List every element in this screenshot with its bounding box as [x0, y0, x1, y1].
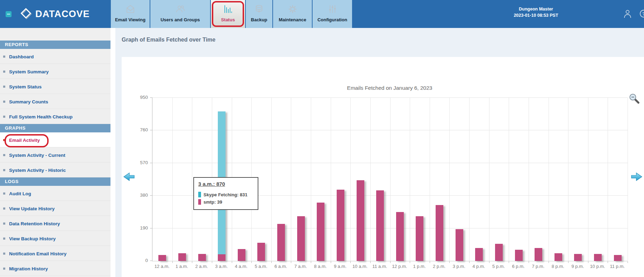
bar-segment-smtp [396, 212, 404, 261]
bullet-icon [3, 238, 5, 240]
x-axis-tick [449, 261, 450, 263]
gridline [350, 98, 351, 261]
sidebar-item-audit-log[interactable]: Audit Log [0, 186, 110, 201]
sidebar-item-migration-history[interactable]: Migration History [0, 261, 110, 276]
tab-configuration[interactable]: Configuration [313, 0, 352, 28]
bar-6am[interactable] [277, 224, 285, 261]
x-axis-label: 5 a.m. [251, 264, 271, 269]
bar-segment-smtp [416, 216, 423, 261]
bar-4am[interactable] [238, 249, 245, 261]
bar-10am[interactable] [357, 180, 364, 261]
gridline [291, 98, 291, 261]
sidebar-item-system-status[interactable]: System Status [0, 79, 110, 94]
previous-day-arrow-button[interactable] [123, 172, 135, 183]
bar-2pm[interactable] [436, 205, 443, 261]
sidebar-item-view-update-history[interactable]: View Update History [0, 201, 110, 216]
bar-segment-smtp [554, 253, 562, 261]
bar-12pm[interactable] [396, 212, 404, 261]
chart-title: Emails Fetched on January 6, 2023 [152, 85, 627, 91]
gridline [172, 98, 173, 261]
bar-segment-smtp [317, 203, 324, 261]
x-axis-tick [628, 261, 628, 263]
tab-status[interactable]: Status [211, 0, 245, 28]
tab-backup[interactable]: Backup [246, 0, 272, 28]
bar-segment-smtp [614, 255, 622, 261]
bar-8pm[interactable] [554, 253, 562, 261]
app-title: DATACOVE [35, 9, 90, 20]
gridline [509, 98, 509, 261]
bar-segment-smtp [535, 248, 542, 261]
tooltip-entry: Skype Fetching: 831 [198, 192, 254, 197]
bar-9pm[interactable] [574, 254, 582, 261]
backup-icon [254, 4, 264, 15]
tab-label: Status [221, 17, 235, 22]
bar-5am[interactable] [257, 243, 265, 261]
bar-12am[interactable] [158, 255, 166, 261]
x-axis-tick [251, 261, 252, 263]
bar-segment-smtp [436, 205, 443, 261]
x-axis-tick [608, 261, 608, 263]
bar-10pm[interactable] [594, 254, 602, 261]
sidebar: REPORTSDashboardSystem SummarySystem Sta… [0, 28, 110, 277]
gridline [608, 98, 608, 261]
tab-users-and-groups[interactable]: Users and Groups [150, 0, 210, 28]
bullet-icon [3, 116, 5, 118]
sidebar-item-system-activity-current[interactable]: System Activity - Current [0, 147, 110, 162]
bar-9am[interactable] [337, 190, 344, 261]
bar-segment-smtp [475, 248, 483, 261]
page-title: Graph of Emails Fetched over Time [122, 37, 215, 43]
bar-segment-smtp [178, 253, 186, 261]
bar-11pm[interactable] [614, 255, 622, 261]
sidebar-item-full-system-health-checkup[interactable]: Full System Health Checkup [0, 109, 110, 124]
next-day-arrow-button[interactable] [631, 172, 643, 183]
bar-8am[interactable] [317, 203, 324, 261]
user-name: Dungeon Master [492, 6, 580, 12]
sidebar-item-system-activity-historic[interactable]: System Activity - Historic [0, 162, 110, 177]
x-axis-label: 10 p.m. [587, 264, 608, 269]
bar-5pm[interactable] [495, 244, 503, 261]
sidebar-item-summary-counts[interactable]: Summary Counts [0, 94, 110, 109]
bar-1pm[interactable] [416, 216, 423, 261]
sidebar-item-view-backup-history[interactable]: View Backup History [0, 231, 110, 246]
bar-1am[interactable] [178, 253, 186, 261]
bar-7am[interactable] [297, 216, 305, 261]
sidebar-item-data-retention-history[interactable]: Data Retention History [0, 216, 110, 231]
x-axis-tick [370, 261, 371, 263]
bar-4pm[interactable] [475, 248, 483, 261]
bar-segment-smtp [574, 254, 582, 261]
y-axis-tick [150, 195, 152, 196]
bar-3pm[interactable] [456, 229, 463, 261]
gridline [628, 98, 628, 261]
help-icon[interactable]: ? [638, 8, 644, 21]
maintenance-icon [287, 4, 298, 15]
bar-7pm[interactable] [535, 248, 542, 261]
bar-11am[interactable] [376, 190, 384, 261]
bar-6pm[interactable] [515, 250, 523, 261]
tab-maintenance[interactable]: Maintenance [273, 0, 312, 28]
diamond-logo-icon [20, 7, 32, 21]
gridline [568, 98, 568, 261]
x-axis-label: 7 p.m. [528, 264, 548, 269]
collapse-menu-icon[interactable] [6, 11, 12, 17]
x-axis-label: 2 a.m. [192, 264, 212, 269]
sidebar-item-notification-email-history[interactable]: Notification Email History [0, 246, 110, 261]
bullet-icon [3, 101, 5, 103]
bar-2am[interactable] [198, 254, 206, 261]
bar-segment-smtp [297, 216, 305, 261]
tab-label: Email Viewing [115, 17, 145, 22]
x-axis-tick [568, 261, 568, 263]
x-axis-tick [469, 261, 470, 263]
user-account-icon[interactable] [622, 8, 633, 21]
sidebar-item-dashboard[interactable]: Dashboard [0, 49, 110, 64]
x-axis-tick [311, 261, 311, 263]
y-axis-tick [150, 163, 152, 163]
sidebar-item-label: Notification Email History [9, 251, 66, 256]
sidebar-item-system-summary[interactable]: System Summary [0, 64, 110, 79]
gridline [588, 98, 588, 261]
x-axis-label: 3 a.m. [211, 264, 231, 269]
bar-segment-smtp [257, 243, 265, 261]
x-axis-label: 9 p.m. [567, 264, 588, 269]
zoom-out-icon[interactable] [629, 93, 640, 105]
tab-email-viewing[interactable]: Email Viewing [111, 0, 150, 28]
sidebar-item-email-activity[interactable]: Email Activity [0, 132, 110, 147]
